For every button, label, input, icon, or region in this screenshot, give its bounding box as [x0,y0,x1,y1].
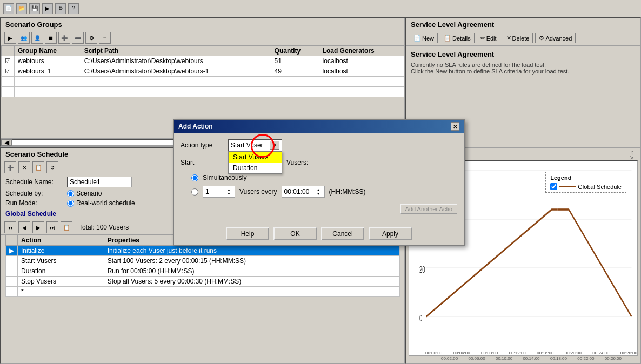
dialog-titlebar: Add Action ✕ [174,120,464,133]
add-another-container: Add Another Actio [181,202,457,216]
dropdown-arrow-icon[interactable]: ▼ [270,141,279,150]
vusers-every-label: Vusers every [239,188,277,196]
every-time-input-container: ▲ ▼ [282,186,325,198]
vusers-label: Vusers: [286,159,308,166]
dialog-overlay: Add Action ✕ Action type Start Vuser ▼ S… [0,0,641,364]
time-spinner-arrows: ▲ ▼ [317,188,320,196]
every-vusers-row: ▲ ▼ Vusers every ▲ ▼ (HH:MM:SS) [181,186,457,198]
time-spinner-down[interactable]: ▼ [317,192,320,196]
start-row: Start <new value> ▼ Vusers: [181,157,457,168]
simultaneously-label: Simultaneously [203,174,246,181]
dropdown-menu: Start Vusers Duration [228,151,282,174]
every-count-input-container: ▲ ▼ [203,186,235,198]
dialog-body: Action type Start Vuser ▼ Start Vusers D… [174,133,464,223]
every-time-input[interactable] [284,188,317,196]
time-spinner-up[interactable]: ▲ [317,188,320,192]
simultaneously-radio[interactable] [191,174,198,181]
action-type-value: Start Vuser [231,141,270,149]
action-type-row: Action type Start Vuser ▼ Start Vusers D… [181,139,457,151]
cancel-button[interactable]: Cancel [321,227,364,240]
every-count-input[interactable] [205,188,227,196]
dialog-footer: Help OK Cancel Apply [174,223,464,245]
action-type-select[interactable]: Start Vuser ▼ [228,139,282,151]
spinner-down[interactable]: ▼ [227,192,231,196]
dropdown-item-start-vusers[interactable]: Start Vusers [229,152,282,163]
help-button[interactable]: Help [226,227,269,240]
action-type-dropdown-container: Start Vuser ▼ Start Vusers Duration [228,139,282,151]
add-action-dialog: Add Action ✕ Action type Start Vuser ▼ S… [173,119,465,246]
add-another-action-button[interactable]: Add Another Actio [400,204,457,214]
every-vusers-radio[interactable] [191,188,198,196]
dialog-close-button[interactable]: ✕ [451,122,459,131]
spinner-up[interactable]: ▲ [227,188,231,192]
action-type-label: Action type [181,141,224,149]
start-label: Start [181,159,224,166]
spinner-arrows: ▲ ▼ [227,188,231,196]
hhmm-label: (HH:MM:SS) [329,188,366,196]
dropdown-item-duration[interactable]: Duration [229,163,282,173]
apply-button[interactable]: Apply [369,227,412,240]
ok-button[interactable]: OK [273,227,317,240]
simultaneously-row: Simultaneously [181,174,457,181]
dialog-title: Add Action [178,123,213,130]
